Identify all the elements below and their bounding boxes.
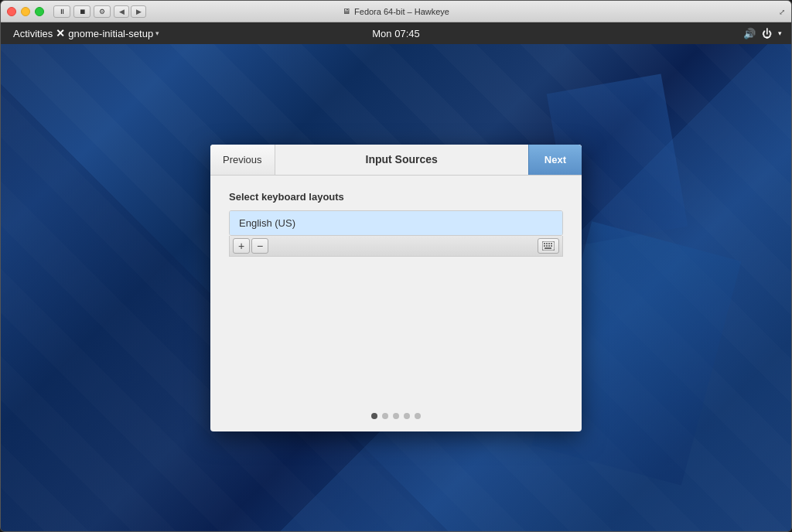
title-bar: ⏸ ⏹ ⚙ ◀ ▶ 🖥 Fedora 64-bit – Hawkeye ⤢	[1, 1, 791, 22]
title-bar-controls: ⏸ ⏹ ⚙	[53, 5, 111, 18]
vm-icon: 🖥	[343, 7, 350, 15]
stop-button[interactable]: ⏹	[73, 5, 90, 18]
page-dot-2[interactable]	[382, 413, 388, 419]
dialog-empty-area	[229, 257, 563, 388]
svg-rect-4	[551, 243, 552, 244]
svg-rect-2	[546, 243, 548, 244]
app-menu[interactable]: gnome-initial-setup ▾	[68, 28, 159, 39]
svg-rect-6	[546, 245, 548, 247]
svg-rect-5	[544, 245, 545, 247]
title-bar-buttons	[7, 7, 44, 16]
minimize-button[interactable]	[21, 7, 30, 16]
page-dot-4[interactable]	[404, 413, 410, 419]
svg-rect-7	[548, 245, 550, 247]
nav-arrows: ◀ ▶	[114, 5, 146, 18]
svg-rect-9	[544, 247, 551, 249]
dialog-footer	[210, 404, 582, 431]
add-layout-button[interactable]: +	[233, 238, 250, 254]
app-menu-label: gnome-initial-setup	[68, 28, 153, 39]
power-icon[interactable]: ⏻	[762, 28, 772, 39]
settings-button[interactable]: ⚙	[94, 5, 111, 18]
power-arrow: ▾	[778, 29, 782, 37]
page-dot-5[interactable]	[415, 413, 421, 419]
resize-button[interactable]: ⤢	[779, 7, 785, 15]
system-tray: 🔊 ⏻ ▾	[743, 28, 782, 39]
window-title: 🖥 Fedora 64-bit – Hawkeye	[343, 7, 449, 16]
page-dot-1[interactable]	[371, 413, 377, 419]
remove-layout-button[interactable]: −	[251, 238, 268, 254]
list-item[interactable]: English (US)	[230, 211, 562, 235]
vm-window: ⏸ ⏹ ⚙ ◀ ▶ 🖥 Fedora 64-bit – Hawkeye ⤢ Ac…	[0, 0, 792, 532]
keyboard-layout-list: English (US)	[229, 210, 563, 236]
forward-arrow[interactable]: ▶	[131, 5, 146, 18]
desktop: Previous Input Sources Next Select keybo…	[1, 44, 791, 531]
next-button[interactable]: Next	[528, 145, 582, 175]
page-dot-3[interactable]	[393, 413, 399, 419]
clock[interactable]: Mon 07:45	[372, 28, 419, 39]
app-menu-arrow: ▾	[155, 29, 159, 37]
input-sources-dialog: Previous Input Sources Next Select keybo…	[210, 145, 582, 431]
back-arrow[interactable]: ◀	[114, 5, 129, 18]
svg-rect-8	[551, 245, 552, 247]
keyboard-preview-icon	[542, 241, 555, 251]
preview-layout-button[interactable]	[538, 238, 559, 254]
activities-button[interactable]: Activities	[10, 28, 56, 39]
svg-rect-1	[544, 243, 545, 244]
cursor-indicator: ✕	[56, 27, 65, 39]
svg-rect-3	[548, 243, 550, 244]
gnome-bar: Activities ✕ gnome-initial-setup ▾ Mon 0…	[1, 22, 791, 44]
dialog-title: Input Sources	[275, 145, 528, 175]
pause-button[interactable]: ⏸	[53, 5, 70, 18]
maximize-button[interactable]	[35, 7, 44, 16]
previous-button[interactable]: Previous	[210, 145, 275, 175]
section-title: Select keyboard layouts	[229, 191, 563, 203]
layout-name: English (US)	[239, 217, 295, 229]
volume-icon[interactable]: 🔊	[743, 28, 756, 39]
dialog-header: Previous Input Sources Next	[210, 145, 582, 176]
dialog-body: Select keyboard layouts English (US) + −	[210, 176, 582, 404]
close-button[interactable]	[7, 7, 16, 16]
keyboard-toolbar: + −	[229, 236, 563, 257]
